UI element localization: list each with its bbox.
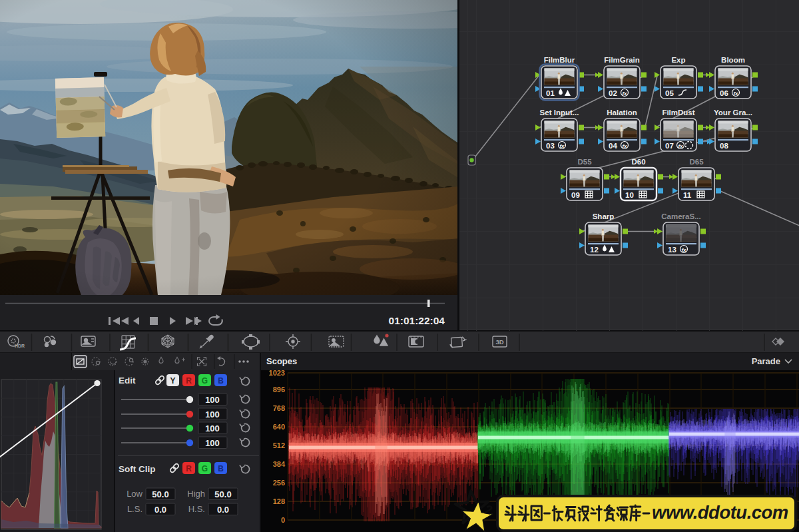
svg-text:100: 100	[205, 409, 220, 419]
svg-text:fx: fx	[678, 143, 683, 149]
svg-text:50.0: 50.0	[152, 489, 168, 499]
svg-text:Halation: Halation	[607, 109, 637, 117]
svg-text:3D: 3D	[495, 338, 503, 346]
svg-text:High: High	[187, 489, 205, 499]
svg-text:L.S.: L.S.	[127, 504, 142, 514]
svg-text:D60: D60	[631, 158, 645, 166]
svg-text:12: 12	[590, 246, 599, 254]
svg-text:768: 768	[273, 404, 285, 412]
svg-text:02: 02	[609, 89, 617, 97]
svg-text:01: 01	[546, 89, 555, 97]
svg-text:D55: D55	[577, 158, 592, 166]
svg-text:05: 05	[665, 89, 674, 97]
svg-text:13: 13	[668, 246, 676, 254]
svg-text:08: 08	[720, 142, 728, 150]
svg-text:B: B	[218, 464, 224, 473]
svg-text:1023: 1023	[269, 370, 285, 377]
svg-text:R: R	[186, 464, 192, 473]
svg-text:fx: fx	[559, 143, 565, 149]
svg-text:50.0: 50.0	[214, 489, 231, 499]
svg-text:HDR: HDR	[15, 344, 25, 348]
svg-text:Sharp: Sharp	[593, 212, 615, 220]
svg-text:09: 09	[571, 191, 580, 199]
svg-text:FilmGrain: FilmGrain	[604, 56, 640, 64]
svg-text:fx: fx	[622, 143, 627, 149]
svg-text:Edit: Edit	[119, 376, 136, 386]
svg-text:384: 384	[273, 460, 286, 468]
svg-text:256: 256	[273, 479, 285, 487]
svg-text:fx: fx	[681, 247, 686, 253]
svg-text:01:01:22:04: 01:01:22:04	[389, 315, 445, 326]
svg-text:Your Gra...: Your Gra...	[714, 109, 752, 117]
svg-text:CameraS...: CameraS...	[661, 212, 700, 220]
svg-text:07: 07	[665, 142, 674, 150]
svg-text:640: 640	[273, 423, 285, 431]
svg-text:www.ddotu.com: www.ddotu.com	[652, 502, 788, 523]
svg-text:fx: fx	[733, 91, 738, 97]
svg-text:Low: Low	[127, 489, 142, 499]
svg-text:Y: Y	[170, 376, 175, 386]
svg-text:B: B	[218, 376, 224, 386]
svg-text:06: 06	[720, 89, 728, 97]
svg-text:0: 0	[281, 516, 285, 524]
svg-text:Set Input...: Set Input...	[540, 109, 579, 117]
svg-text:Bloom: Bloom	[721, 56, 745, 64]
svg-text:FilmBlur: FilmBlur	[544, 56, 575, 64]
svg-text:FilmDust: FilmDust	[662, 109, 694, 117]
svg-text:fx: fx	[622, 91, 627, 97]
svg-text:0.0: 0.0	[154, 505, 166, 515]
svg-text:Soft Clip: Soft Clip	[119, 464, 156, 474]
svg-text:G: G	[202, 376, 208, 386]
svg-text:512: 512	[273, 441, 285, 449]
svg-text:128: 128	[273, 497, 285, 505]
svg-text:11: 11	[683, 191, 692, 199]
svg-text:D65: D65	[689, 158, 704, 166]
svg-text:10: 10	[625, 191, 634, 199]
svg-text:100: 100	[205, 423, 220, 433]
svg-text:0.0: 0.0	[217, 505, 229, 515]
svg-text:04: 04	[609, 142, 617, 150]
svg-text:G: G	[202, 464, 208, 473]
svg-text:100: 100	[205, 438, 220, 448]
svg-text:Exp: Exp	[671, 56, 685, 64]
svg-text:H.S.: H.S.	[188, 504, 205, 514]
svg-text:03: 03	[546, 142, 555, 150]
svg-text:100: 100	[205, 395, 220, 405]
svg-text:R: R	[186, 376, 192, 386]
svg-text:896: 896	[273, 386, 285, 394]
